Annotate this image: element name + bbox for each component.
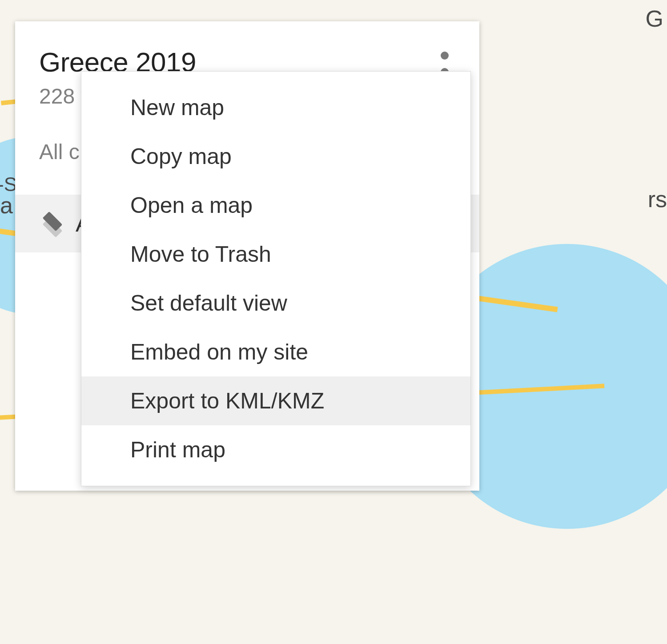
menu-item-new-map[interactable]: New map bbox=[81, 83, 470, 132]
menu-item-print-map[interactable]: Print map bbox=[81, 425, 470, 474]
menu-item-set-default-view[interactable]: Set default view bbox=[81, 279, 470, 328]
menu-item-embed[interactable]: Embed on my site bbox=[81, 328, 470, 376]
map-label: a bbox=[0, 192, 13, 219]
layers-icon bbox=[39, 213, 66, 234]
map-label: -S bbox=[0, 173, 17, 196]
menu-item-open-map[interactable]: Open a map bbox=[81, 181, 470, 230]
map-options-menu: New map Copy map Open a map Move to Tras… bbox=[81, 71, 471, 486]
menu-item-export-kml[interactable]: Export to KML/KMZ bbox=[81, 376, 470, 425]
map-label: G bbox=[646, 5, 663, 32]
menu-item-move-to-trash[interactable]: Move to Trash bbox=[81, 230, 470, 279]
map-label: rs bbox=[648, 186, 667, 212]
menu-item-copy-map[interactable]: Copy map bbox=[81, 132, 470, 181]
